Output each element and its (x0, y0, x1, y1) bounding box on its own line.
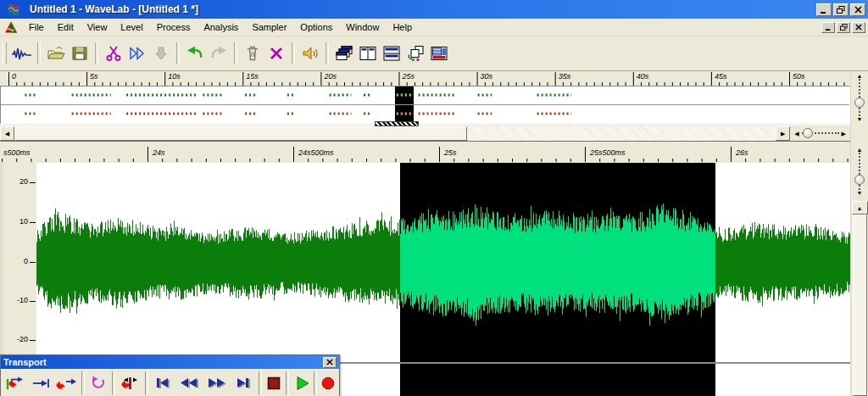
svg-text:25s: 25s (402, 72, 415, 81)
toolbar-separator (176, 42, 180, 64)
redo-button[interactable] (207, 42, 231, 65)
zoom-up-arrow-icon[interactable]: ▲ (857, 147, 863, 153)
zoom-slider-track[interactable] (859, 108, 860, 116)
child-minimize-button[interactable] (821, 22, 835, 33)
level-label: -10 (17, 296, 28, 304)
overview-time-ruler[interactable]: 05s10s15s20s25s30s35s40s45s50s (0, 71, 850, 86)
menu-level[interactable]: Level (114, 19, 149, 36)
child-close-button[interactable] (852, 22, 865, 33)
view-settings-button[interactable] (427, 42, 451, 65)
zoom-slider-track[interactable] (859, 79, 860, 98)
transport-toolbar (1, 369, 339, 396)
toolbar-separator (234, 42, 237, 64)
zoom-slider-knob[interactable] (854, 175, 865, 185)
overview-waveform[interactable] (0, 86, 850, 124)
menu-edit[interactable]: Edit (51, 19, 81, 36)
toolbar-separator (37, 42, 41, 64)
minimize-button[interactable] (816, 3, 832, 16)
scroll-left-button[interactable]: ◀ (0, 126, 14, 141)
scroll-right-button[interactable]: ▶ (776, 126, 790, 141)
zoom-right-arrow-icon[interactable]: ▶ (842, 131, 846, 137)
swap-windows-button[interactable] (403, 42, 427, 65)
visible-range-indicator[interactable] (375, 121, 419, 126)
toolbar-separator (326, 42, 329, 64)
zoom-down-arrow-icon[interactable]: ▼ (857, 190, 863, 196)
main-time-ruler[interactable]: s500ms24s24s500ms25s25s500ms26s (0, 146, 850, 163)
copy-button[interactable] (125, 42, 149, 65)
menu-process[interactable]: Process (150, 19, 198, 36)
loop-button[interactable] (86, 371, 110, 395)
tile-windows-vertical-button[interactable] (356, 42, 380, 65)
close-button[interactable] (850, 3, 865, 16)
cascade-windows-button[interactable] (332, 42, 356, 65)
record-button[interactable] (319, 371, 337, 395)
zoom-down-arrow-icon[interactable]: ▼ (857, 116, 863, 122)
play-to-end-icon (55, 376, 78, 391)
zoom-slider-track[interactable] (802, 132, 839, 134)
vertical-scrollbar-thumb[interactable] (853, 215, 867, 396)
transport-title-bar[interactable]: Transport (1, 355, 339, 369)
open-file-button[interactable] (44, 42, 68, 65)
menu-file[interactable]: File (22, 19, 51, 36)
save-file-button[interactable] (68, 42, 92, 65)
paste-button[interactable] (149, 42, 173, 65)
scrub-button[interactable] (117, 371, 143, 395)
menu-sampler[interactable]: Sampler (245, 19, 293, 36)
main-zoom-column: ▲ ▼ ▲ (850, 141, 868, 396)
scrollbar-thumb[interactable] (14, 126, 467, 141)
zoom-slider-knob[interactable] (803, 128, 813, 138)
svg-text:40s: 40s (637, 72, 649, 81)
play-to-end-button[interactable] (53, 371, 80, 395)
child-restore-button[interactable] (837, 22, 850, 33)
go-to-start-button[interactable] (150, 371, 175, 395)
trash-icon (243, 45, 262, 62)
menu-view[interactable]: View (81, 19, 114, 36)
audio-monitor-button[interactable] (298, 42, 322, 65)
menu-window[interactable]: Window (339, 19, 386, 36)
menu-bar: File Edit View Level Process Analysis Sa… (0, 19, 868, 36)
menu-options[interactable]: Options (293, 19, 339, 36)
play-from-start-button[interactable] (3, 371, 29, 395)
go-to-end-button[interactable] (231, 371, 257, 395)
zoom-slider-knob[interactable] (854, 98, 865, 108)
title-bar: Untitled 1 - WaveLab - [Untitled 1 *] (0, 0, 868, 19)
transport-close-button[interactable] (323, 357, 337, 368)
play-button[interactable] (291, 371, 312, 395)
overview-zoom-slider[interactable]: ▲ ▼ (850, 71, 868, 141)
paste-down-arrow-icon (152, 45, 170, 62)
svg-text:45s: 45s (715, 72, 727, 81)
transport-separator (81, 371, 85, 395)
record-icon (320, 376, 336, 391)
zoom-up-arrow-icon[interactable]: ▲ (857, 73, 863, 79)
svg-text:s500ms: s500ms (3, 148, 31, 157)
undo-button[interactable] (183, 42, 207, 65)
right-arrow-icon: ▶ (781, 131, 785, 137)
settings-panel-icon (429, 45, 449, 62)
level-tick (30, 222, 36, 223)
level-tick (30, 301, 36, 302)
delete-selection-button[interactable] (264, 42, 288, 65)
toolbar-separator (292, 42, 295, 64)
menu-help[interactable]: Help (386, 19, 419, 36)
close-icon (855, 24, 862, 31)
autoplay-to-cursor-button[interactable] (29, 371, 53, 395)
stop-button[interactable] (264, 371, 284, 395)
rewind-button[interactable] (175, 371, 203, 395)
svg-text:15s: 15s (246, 72, 259, 81)
toolbar-grip[interactable] (3, 42, 7, 64)
restore-button[interactable] (833, 3, 849, 16)
scrollbar-track[interactable] (467, 126, 776, 141)
trash-button[interactable] (241, 42, 264, 65)
tile-windows-horizontal-button[interactable] (380, 42, 403, 65)
new-audio-file-button[interactable] (10, 42, 34, 65)
cut-button[interactable] (102, 42, 125, 65)
zoom-slider-track[interactable] (859, 153, 860, 175)
menu-analysis[interactable]: Analysis (197, 19, 245, 36)
scroll-up-button[interactable]: ▲ (852, 201, 868, 215)
fast-forward-button[interactable] (203, 371, 231, 395)
svg-text:25s: 25s (443, 148, 457, 157)
left-arrow-icon: ◀ (5, 131, 9, 137)
redo-arrow-icon (209, 45, 229, 62)
zoom-left-arrow-icon[interactable]: ◀ (794, 131, 798, 137)
tile-vertical-icon (358, 45, 378, 62)
